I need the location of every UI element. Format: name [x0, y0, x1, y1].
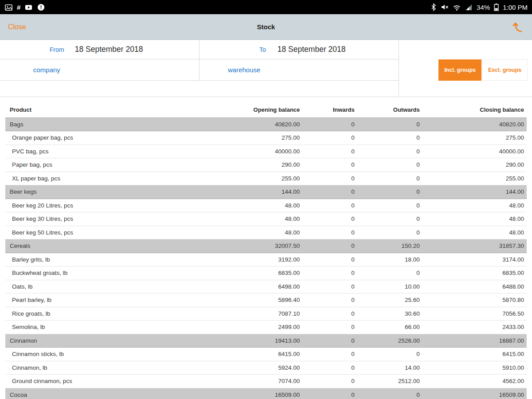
company-filter[interactable]: company: [0, 59, 200, 81]
product-cell: Rice groats, lb: [5, 307, 203, 321]
value-cell: 7074.00: [203, 375, 302, 388]
value-cell: 5870.80: [422, 293, 527, 307]
filter-spacer: [0, 81, 200, 97]
value-cell: 0: [302, 172, 357, 185]
value-cell: 7056.50: [422, 307, 527, 321]
incl-groups-button[interactable]: Incl. groups: [438, 59, 481, 81]
product-row[interactable]: Pearl barley, lb5896.40025.605870.80: [5, 293, 527, 307]
group-row[interactable]: Cinnamon19413.0002526.0016887.00: [5, 334, 527, 348]
page-title: Stock: [0, 23, 532, 31]
bluetooth-icon: [430, 3, 437, 12]
column-header-product: Product: [5, 102, 203, 117]
value-cell: 275.00: [203, 131, 302, 145]
value-cell: 0: [302, 293, 357, 307]
status-bar: # 34% 1:00 PM: [0, 0, 532, 14]
value-cell: 0: [357, 158, 422, 172]
group-row[interactable]: Cereals32007.500150.2031857.30: [5, 239, 527, 253]
to-date-field[interactable]: To 18 September 2018: [200, 40, 399, 59]
value-cell: 6498.00: [203, 280, 302, 293]
value-cell: 0: [302, 375, 357, 388]
value-cell: 6415.00: [203, 348, 302, 361]
product-row[interactable]: Paper bag, pcs290.0000290.00: [5, 158, 527, 172]
group-row[interactable]: Cocoa16509.000016509.00: [5, 388, 527, 399]
group-row[interactable]: Beer kegs144.0000144.00: [5, 185, 527, 199]
product-row[interactable]: Buckwheat groats, lb6835.00006835.00: [5, 266, 527, 280]
warehouse-filter[interactable]: warehouse: [200, 59, 399, 81]
value-cell: 48.00: [422, 199, 527, 212]
value-cell: 255.00: [422, 172, 527, 185]
export-up-arrow-icon[interactable]: [512, 21, 524, 33]
product-cell: Beer keg 30 Litres, pcs: [5, 212, 203, 226]
value-cell: 30.60: [357, 307, 422, 321]
product-row[interactable]: Semolina, lb2499.00066.002433.00: [5, 321, 527, 334]
value-cell: 2499.00: [203, 321, 302, 334]
value-cell: 40820.00: [422, 117, 527, 131]
product-cell: Barley grits, lb: [5, 253, 203, 266]
close-button[interactable]: Close: [8, 23, 26, 31]
value-cell: 0: [302, 348, 357, 361]
value-cell: 16887.00: [422, 334, 527, 348]
value-cell: 0: [302, 321, 357, 334]
product-cell: Beer kegs: [5, 185, 203, 199]
product-row[interactable]: PVC bag, pcs40000.000040000.00: [5, 145, 527, 158]
column-header-opening-balance: Opening balance: [203, 102, 302, 117]
value-cell: 0: [302, 131, 357, 145]
product-row[interactable]: Barley grits, lb3192.00018.003174.00: [5, 253, 527, 266]
value-cell: 144.00: [203, 185, 302, 199]
value-cell: 0: [357, 266, 422, 280]
product-cell: Ground cinnamon, pcs: [5, 375, 203, 388]
value-cell: 0: [302, 280, 357, 293]
value-cell: 2526.00: [357, 334, 422, 348]
filter-spacer: [399, 81, 532, 97]
value-cell: 66.00: [357, 321, 422, 334]
product-row[interactable]: Ground cinnamon, pcs7074.0002512.004562.…: [5, 375, 527, 388]
value-cell: 144.00: [422, 185, 527, 199]
from-label: From: [50, 46, 64, 53]
youtube-icon: [24, 3, 33, 12]
value-cell: 5896.40: [203, 293, 302, 307]
product-row[interactable]: Beer keg 50 Litres, pcs48.000048.00: [5, 226, 527, 239]
product-row[interactable]: Orange paper bag, pcs275.0000275.00: [5, 131, 527, 145]
filter-spacer: [399, 40, 532, 59]
value-cell: 0: [357, 117, 422, 131]
filter-spacer: [200, 81, 399, 97]
from-date-value[interactable]: 18 September 2018: [75, 45, 143, 54]
product-cell: Buckwheat groats, lb: [5, 266, 203, 280]
warehouse-filter-label[interactable]: warehouse: [228, 66, 260, 74]
product-row[interactable]: XL paper bag, pcs255.0000255.00: [5, 172, 527, 185]
value-cell: 0: [357, 145, 422, 158]
value-cell: 150.20: [357, 239, 422, 253]
product-row[interactable]: Cinnamon, lb5924.00014.005910.00: [5, 361, 527, 375]
product-cell: PVC bag, pcs: [5, 145, 203, 158]
value-cell: 0: [302, 253, 357, 266]
stock-table: Product Opening balance Inwards Outwards…: [5, 102, 527, 399]
value-cell: 0: [302, 199, 357, 212]
excl-groups-button[interactable]: Excl. groups: [482, 59, 528, 81]
value-cell: 16509.00: [422, 388, 527, 399]
value-cell: 48.00: [203, 226, 302, 239]
value-cell: 0: [302, 334, 357, 348]
wifi-icon: [453, 3, 461, 12]
value-cell: 40000.00: [422, 145, 527, 158]
screenshot-icon: [4, 3, 13, 12]
clock: 1:00 PM: [503, 4, 528, 11]
product-row[interactable]: Oats, lb6498.00010.006488.00: [5, 280, 527, 293]
value-cell: 0: [302, 239, 357, 253]
product-cell: Paper bag, pcs: [5, 158, 203, 172]
product-row[interactable]: Cinnamon sticks, lb6415.00006415.00: [5, 348, 527, 361]
value-cell: 48.00: [203, 212, 302, 226]
company-filter-label[interactable]: company: [33, 66, 60, 74]
product-row[interactable]: Rice groats, lb7087.10030.607056.50: [5, 307, 527, 321]
group-row[interactable]: Bags40820.000040820.00: [5, 117, 527, 131]
value-cell: 0: [357, 226, 422, 239]
value-cell: 0: [357, 212, 422, 226]
value-cell: 6415.00: [422, 348, 527, 361]
to-date-value[interactable]: 18 September 2018: [278, 45, 346, 54]
value-cell: 0: [302, 266, 357, 280]
value-cell: 19413.00: [203, 334, 302, 348]
product-row[interactable]: Beer keg 30 Litres, pcs48.000048.00: [5, 212, 527, 226]
product-row[interactable]: Beer keg 20 Litres, pcs48.000048.00: [5, 199, 527, 212]
value-cell: 0: [357, 185, 422, 199]
from-date-field[interactable]: From 18 September 2018: [0, 40, 200, 59]
status-bar-right: 34% 1:00 PM: [430, 3, 528, 12]
